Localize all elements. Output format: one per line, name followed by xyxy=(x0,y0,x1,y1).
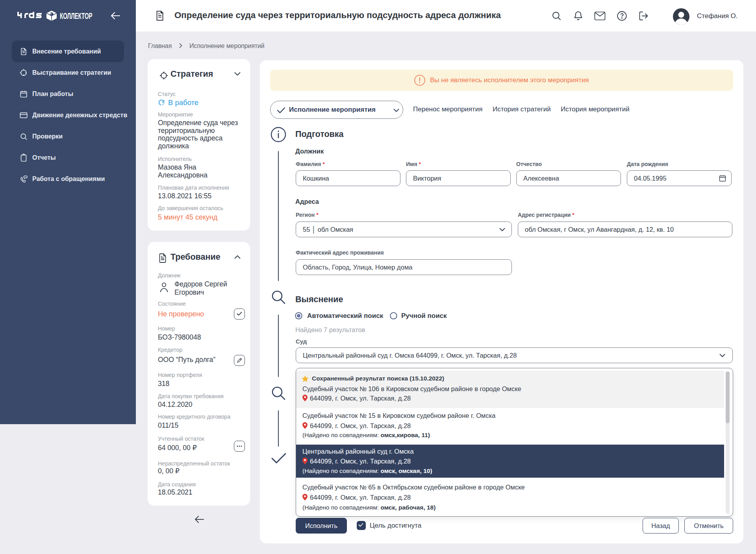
svg-text:КОЛЛЕКТОР: КОЛЛЕКТОР xyxy=(60,11,93,21)
